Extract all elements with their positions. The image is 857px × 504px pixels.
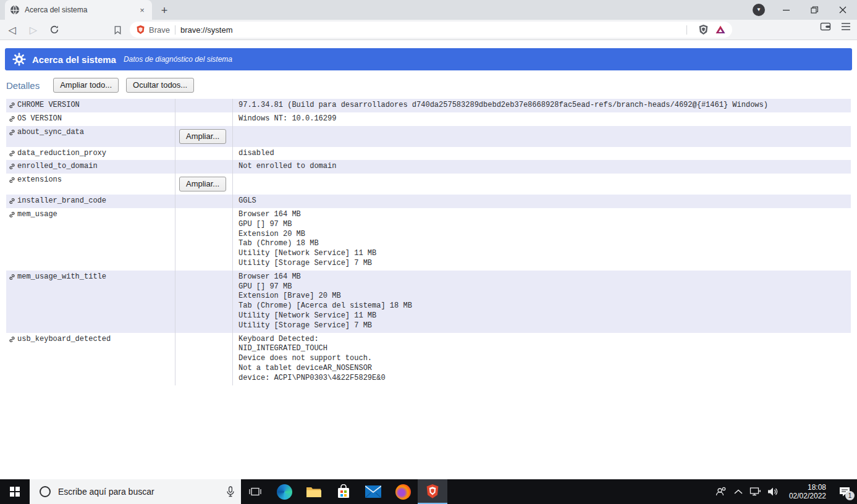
row-value: 97.1.34.81 (Build para desarrolladores d… [233,99,851,112]
anchor-link-icon[interactable] [9,129,15,136]
taskbar-search-input[interactable]: Escribe aquí para buscar [30,479,241,504]
search-placeholder: Escribe aquí para buscar [58,487,226,497]
sidebar-wallet-icon[interactable] [820,22,831,32]
globe-favicon [10,5,20,15]
action-center-icon[interactable]: 1 [832,479,857,504]
table-controls: Detalles Ampliar todo... Ocultar todos..… [6,78,857,93]
anchor-link-icon[interactable] [9,163,15,170]
row-value: Browser 164 MB GPU [] 97 MB Extension [B… [233,271,851,333]
system-info-table: CHROME VERSION 97.1.34.81 (Build para de… [6,99,851,385]
anchor-link-icon[interactable] [9,116,15,122]
table-row: about_sync_data Ampliar... [6,126,851,147]
brave-site-chip-icon [136,25,145,35]
start-button[interactable] [0,479,30,504]
brave-rewards-bat-icon[interactable] [715,25,726,35]
row-value: Keyboard Detected: NID_INTEGRATED_TOUCH … [233,333,851,385]
browser-toolbar: ◁ ▷ Brave brave://system [0,20,857,40]
toolbar-right-actions [820,22,851,32]
row-value: disabled [233,147,851,161]
taskbar-app-store[interactable] [329,479,358,504]
omnibox-separator [686,25,687,35]
page-header: Acerca del sistema Datos de diagnóstico … [5,48,852,70]
anchor-link-icon[interactable] [9,274,15,280]
row-key: usb_keyboard_detected [17,335,111,345]
anchor-link-icon[interactable] [9,150,15,157]
details-label: Detalles [6,80,40,91]
row-key: mem_usage_with_title [17,272,106,282]
row-key: data_reduction_proxy [17,149,106,159]
bookmark-icon[interactable] [109,21,126,38]
expand-all-button[interactable]: Ampliar todo... [53,78,119,93]
table-row: CHROME VERSION 97.1.34.81 (Build para de… [6,99,851,112]
notification-badge: 1 [845,491,855,500]
taskbar-clock[interactable]: 18:08 02/02/2022 [782,483,832,500]
table-row: OS VERSION Windows NT: 10.0.16299 [6,112,851,126]
windows-logo-icon [10,487,20,497]
tab-close-icon[interactable]: × [137,5,147,15]
taskbar-app-firefox[interactable] [388,479,418,504]
folder-icon [306,485,322,498]
row-key: extensions [17,175,62,185]
table-row: extensions Ampliar... [6,174,851,195]
row-key: CHROME VERSION [17,101,80,111]
back-icon[interactable]: ◁ [4,21,21,38]
minimize-button[interactable] [772,0,800,20]
close-window-button[interactable] [829,0,857,20]
row-value: Not enrolled to domain [233,160,851,174]
network-icon[interactable] [747,479,764,504]
taskbar-app-edge[interactable] [269,479,299,504]
browser-tab[interactable]: Acerca del sistema × [5,0,152,20]
menu-icon[interactable] [841,22,851,31]
row-key: mem_usage [17,210,57,220]
url-text[interactable]: brave://system [180,25,686,35]
row-value [233,174,851,195]
mail-icon [365,485,381,498]
taskbar-app-file-explorer[interactable] [299,479,329,504]
people-icon[interactable] [712,479,730,504]
taskbar-app-mail[interactable] [358,479,388,504]
task-view-icon[interactable] [241,479,269,504]
row-key: about_sync_data [17,128,84,138]
system-tray: 18:08 02/02/2022 1 [712,479,857,504]
edge-icon [277,484,292,500]
row-key: OS VERSION [17,114,62,124]
clock-date: 02/02/2022 [789,492,826,500]
cortana-icon [40,486,51,497]
reload-icon[interactable] [46,21,63,38]
table-row: mem_usage_with_title Browser 164 MB GPU … [6,271,851,333]
anchor-link-icon[interactable] [9,336,15,343]
microphone-icon[interactable] [226,486,235,497]
row-key: enrolled_to_domain [17,162,98,172]
clock-time: 18:08 [789,483,826,492]
brave-shields-icon[interactable] [698,24,709,35]
browser-update-icon[interactable]: ▼ [753,4,765,16]
site-chip-label: Brave [149,25,170,35]
row-value: GGLS [233,195,851,208]
page-brave-system: Acerca del sistema Datos de diagnóstico … [0,41,857,479]
taskbar-app-brave-active[interactable] [418,479,447,504]
row-value [233,126,851,147]
volume-icon[interactable] [764,479,782,504]
page-subtitle: Datos de diagnóstico del sistema [124,55,232,64]
restore-button[interactable] [800,0,829,20]
forward-icon[interactable]: ▷ [25,21,42,38]
table-row: enrolled_to_domain Not enrolled to domai… [6,160,851,174]
brave-icon [426,483,439,499]
expand-row-button[interactable]: Ampliar... [179,129,226,144]
new-tab-button[interactable]: + [157,3,172,18]
collapse-all-button[interactable]: Ocultar todos... [126,78,194,93]
anchor-link-icon[interactable] [9,211,15,218]
table-row: mem_usage Browser 164 MB GPU [] 97 MB Ex… [6,208,851,271]
row-value: Windows NT: 10.0.16299 [233,112,851,126]
anchor-link-icon[interactable] [9,177,15,183]
table-row: installer_brand_code GGLS [6,195,851,208]
anchor-link-icon[interactable] [9,102,15,109]
expand-row-button[interactable]: Ampliar... [179,177,226,191]
address-bar[interactable]: Brave brave://system [130,22,732,38]
anchor-link-icon[interactable] [9,198,15,204]
table-row: data_reduction_proxy disabled [6,147,851,161]
show-hidden-icons-chevron[interactable] [730,479,747,504]
table-row: usb_keyboard_detected Keyboard Detected:… [6,333,851,385]
chip-separator [175,25,175,35]
tab-strip: Acerca del sistema × + ▼ [0,0,857,20]
